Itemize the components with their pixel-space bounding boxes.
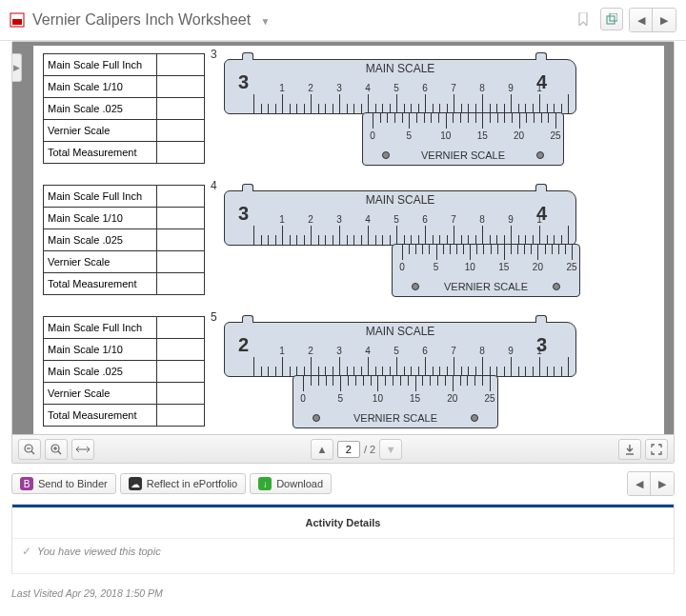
download-label: Download (276, 478, 323, 489)
download-icon: ↓ (258, 477, 272, 490)
bottom-prev-button[interactable]: ◀ (628, 472, 651, 495)
table-row-label: Vernier Scale (44, 383, 157, 405)
problem-number: 4 (211, 179, 224, 192)
main-scale-label: MAIN SCALE (225, 325, 575, 338)
table-row-value (157, 229, 205, 251)
page-up-button[interactable]: ▲ (311, 439, 333, 460)
table-row-label: Main Scale Full Inch (44, 317, 157, 339)
doc-scroll: ▶ Main Scale Full InchMain Scale 1/10Mai… (12, 42, 674, 434)
table-row-value (157, 383, 205, 405)
download-button[interactable]: ↓ Download (250, 473, 332, 494)
table-row-label: Vernier Scale (44, 251, 157, 273)
send-to-binder-button[interactable]: B Send to Binder (11, 473, 116, 494)
vernier-scale-label: VERNIER SCALE (363, 149, 563, 161)
table-row-value (157, 120, 205, 142)
svg-line-8 (58, 451, 61, 454)
main-left-number: 2 (238, 334, 249, 356)
table-row-label: Main Scale 1/10 (44, 208, 157, 229)
last-visited-time: Apr 29, 2018 1:50 PM (66, 587, 163, 599)
caliper-diagram: MAIN SCALE2312345678910510152025VERNIER … (224, 310, 576, 432)
last-visited-label: Last Visited (11, 587, 66, 599)
svg-line-5 (31, 451, 34, 454)
table-row-label: Main Scale 1/10 (44, 76, 157, 98)
table-row-label: Main Scale 1/10 (44, 339, 157, 361)
caliper-diagram: MAIN SCALE3412345678910510152025VERNIER … (224, 179, 576, 301)
table-row-value (157, 339, 205, 361)
table-row-value (157, 54, 205, 76)
page-total: / 2 (364, 444, 375, 455)
popout-icon[interactable] (600, 8, 623, 30)
table-row-label: Main Scale .025 (44, 98, 157, 120)
cloud-icon: ☁ (129, 477, 142, 490)
activity-body: ✓ You have viewed this topic (12, 538, 674, 574)
worksheet-row: Main Scale Full InchMain Scale 1/10Main … (43, 310, 655, 432)
table-row-label: Main Scale .025 (44, 361, 157, 383)
fit-width-button[interactable] (71, 439, 94, 460)
main-left-number: 3 (238, 203, 249, 225)
measurement-table: Main Scale Full InchMain Scale 1/10Main … (43, 185, 205, 295)
problem-number: 5 (211, 310, 224, 324)
bottom-next-button[interactable]: ▶ (651, 472, 674, 495)
pdf-icon (10, 12, 25, 28)
activity-panel: Activity Details ✓ You have viewed this … (11, 504, 675, 574)
worksheet-row: Main Scale Full InchMain Scale 1/10Main … (43, 179, 655, 301)
table-row-label: Vernier Scale (44, 120, 157, 142)
zoom-out-button[interactable] (18, 439, 41, 460)
binder-icon: B (20, 477, 33, 490)
caliper-diagram: MAIN SCALE3412345678910510152025VERNIER … (224, 48, 576, 169)
viewer-toolbar: ▲ / 2 ▼ (12, 434, 674, 463)
table-row-value (157, 186, 205, 208)
download-pdf-button[interactable] (618, 439, 641, 460)
worksheet-row: Main Scale Full InchMain Scale 1/10Main … (43, 48, 655, 169)
top-nav-pair: ◀ ▶ (629, 8, 676, 32)
activity-heading: Activity Details (12, 507, 674, 538)
title-dropdown-icon[interactable]: ▼ (261, 16, 271, 27)
problem-number: 3 (211, 48, 224, 61)
side-panel-toggle[interactable]: ▶ (12, 53, 22, 82)
doc-frame: ▶ Main Scale Full InchMain Scale 1/10Mai… (11, 41, 675, 464)
check-icon: ✓ (22, 545, 31, 558)
top-actions: ◀ ▶ (572, 8, 676, 32)
main-left-number: 3 (238, 71, 249, 93)
table-row-value (157, 317, 205, 339)
top-prev-button[interactable]: ◀ (630, 9, 653, 31)
table-row-value (157, 273, 205, 295)
page-input[interactable] (337, 441, 360, 458)
main-scale-label: MAIN SCALE (225, 62, 575, 75)
table-row-value (157, 208, 205, 229)
activity-viewed-text: You have viewed this topic (37, 546, 161, 557)
table-row-label: Total Measurement (44, 273, 157, 295)
table-row-value (157, 251, 205, 273)
doc-page: Main Scale Full InchMain Scale 1/10Main … (33, 46, 664, 434)
table-row-label: Main Scale Full Inch (44, 186, 157, 208)
reflect-label: Reflect in ePortfolio (147, 478, 237, 489)
measurement-table: Main Scale Full InchMain Scale 1/10Main … (43, 316, 205, 427)
title-text: Vernier Calipers Inch Worksheet (32, 11, 251, 28)
table-row-label: Total Measurement (44, 405, 157, 427)
zoom-in-button[interactable] (45, 439, 68, 460)
page-down-button[interactable]: ▼ (379, 439, 402, 460)
svg-rect-3 (610, 13, 617, 21)
measurement-table: Main Scale Full InchMain Scale 1/10Main … (43, 53, 205, 164)
table-row-label: Total Measurement (44, 142, 157, 164)
reflect-eportfolio-button[interactable]: ☁ Reflect in ePortfolio (120, 473, 246, 494)
table-row-value (157, 142, 205, 164)
vernier-scale-label: VERNIER SCALE (393, 281, 579, 292)
table-row-value (157, 405, 205, 427)
table-row-label: Main Scale .025 (44, 229, 157, 251)
main-scale-label: MAIN SCALE (225, 193, 575, 207)
bookmark-icon[interactable] (572, 8, 595, 30)
binder-label: Send to Binder (38, 478, 108, 489)
last-visited: Last Visited Apr 29, 2018 1:50 PM (0, 584, 686, 616)
table-row-value (157, 76, 205, 98)
svg-rect-2 (607, 16, 615, 24)
top-next-button[interactable]: ▶ (653, 9, 676, 31)
table-row-label: Main Scale Full Inch (44, 54, 157, 76)
table-row-value (157, 361, 205, 383)
table-row-value (157, 98, 205, 120)
topbar: Vernier Calipers Inch Worksheet ▼ ◀ ▶ (0, 0, 686, 41)
bottom-nav-pair: ◀ ▶ (627, 471, 675, 496)
action-row: B Send to Binder ☁ Reflect in ePortfolio… (0, 464, 686, 502)
svg-rect-1 (12, 19, 22, 25)
fullscreen-button[interactable] (645, 439, 668, 460)
